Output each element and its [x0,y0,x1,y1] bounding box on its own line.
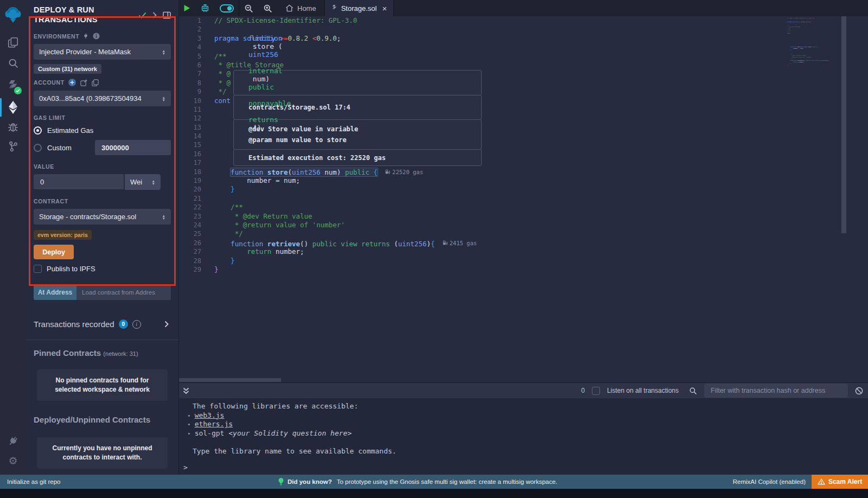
collapse-terminal-icon[interactable] [179,387,189,394]
add-account-icon[interactable] [68,79,76,86]
environment-label-row: ENVIRONMENT [34,33,171,40]
network-badge: Custom (31) network [34,64,101,74]
value-unit: Wei [130,178,142,186]
terminal-link[interactable]: ethers.js [195,420,233,428]
sidebar-item-deploy-run[interactable] [0,98,26,117]
terminal-line [179,438,868,447]
pinned-empty-card: No pinned contracts found for selected w… [37,369,168,401]
filter-input[interactable] [704,384,848,398]
expand-chevron-icon[interactable] [164,321,169,328]
terminal-line: •web3.js [179,411,868,420]
clear-console-icon[interactable] [855,387,863,395]
account-label-row: ACCOUNT [34,79,171,86]
pinned-contracts-title: Pinned Contracts (network: 31) [34,348,171,357]
plug-icon [8,436,19,447]
terminal-line: Type the library name to see available c… [179,447,868,456]
code-line[interactable]: 23 * @dev Return value [179,212,868,221]
code-line[interactable]: 25 */ [179,229,868,238]
code-line[interactable]: 27 return number; [179,247,868,256]
chevron-updown-icon: ▲▼ [152,180,155,185]
tab-home[interactable]: Home [277,0,324,16]
tip-title: Did you know? [288,478,332,485]
play-icon [183,4,190,12]
listen-all-label: Listen on all transactions [607,387,679,394]
pinned-contracts-heading: Pinned Contracts [34,348,101,357]
account-value: 0xA03...85ac4 (0.398673504934 [39,94,142,103]
sidebar-item-file-explorer[interactable] [0,33,26,52]
info-icon[interactable] [93,33,100,40]
gas-limit-label: GAS LIMIT [34,114,171,121]
code-line[interactable]: 22 /** [179,203,868,212]
estimated-gas-radio[interactable] [34,126,42,135]
code-line[interactable]: 29} [179,265,868,274]
home-icon [285,4,293,12]
account-select[interactable]: 0xA03...85ac4 (0.398673504934 ▲▼ [34,91,171,106]
value-unit-select[interactable]: Wei ▲▼ [125,174,161,190]
custom-gas-input[interactable] [95,140,171,155]
terminal-lines: The following libraries are accessible:•… [179,402,868,456]
zoom-in-button[interactable] [258,0,277,16]
code-line[interactable]: 28 } [179,257,868,265]
sidebar-item-solidity-compiler[interactable] [0,76,26,95]
icon-rail: ⚙ [0,0,26,475]
zoom-out-icon [244,4,253,13]
terminal-line: •sol-gpt <your Solidity question here> [179,429,868,438]
copilot-toggle[interactable] [215,0,239,16]
git-branch-icon [8,141,19,152]
deploy-run-panel: DEPLOY & RUN TRANSACTIONS ENVIRONMENT [26,0,179,475]
terminal[interactable]: The following libraries are accessible:•… [179,398,868,475]
sidebar-item-search[interactable] [0,53,26,73]
environment-select[interactable]: Injected Provider - MetaMask ▲▼ [34,44,171,60]
scam-alert-button[interactable]: Scam Alert [812,475,868,489]
terminal-link[interactable]: web3.js [195,411,225,419]
at-address-button[interactable]: At Address [34,285,76,300]
file-explorer-icon [7,36,19,48]
plug-small-icon[interactable] [83,33,89,39]
editor-minimap[interactable]: // SPDX-License-Identifier: GPL-3.0pragm… [786,17,841,126]
pin-panel-icon[interactable] [163,11,171,19]
run-script-button[interactable] [179,0,195,16]
code-line[interactable]: 18 function store(uint256 num) public {2… [179,168,868,176]
check-icon [138,12,146,18]
tab-storage-sol[interactable]: Storage.sol × [325,0,394,16]
edit-icon[interactable] [80,79,87,86]
bottom-strip [0,489,868,498]
code-line[interactable]: 24 * @return value of 'number' [179,221,868,229]
ai-copilot-button[interactable] [195,0,215,16]
tooltip-signature: function store (uint256 internal num) pu… [233,70,482,95]
code-line[interactable]: 1// SPDX-License-Identifier: GPL-3.0 [179,16,868,25]
transactions-count-badge: 0 [119,320,128,329]
code-line[interactable]: 26 function retrieve() public view retur… [179,239,868,247]
code-line[interactable]: 20 } [179,185,868,194]
close-icon[interactable]: × [382,4,387,13]
value-input[interactable] [34,174,124,189]
zoom-out-button[interactable] [239,0,258,16]
info-icon[interactable]: i [132,320,141,329]
horizontal-scrollbar[interactable] [179,378,281,382]
remix-logo[interactable] [0,4,26,24]
sidebar-item-debugger[interactable] [0,117,26,137]
panel-title: DEPLOY & RUN TRANSACTIONS [34,5,129,24]
terminal-prompt[interactable]: > [179,463,868,471]
code-line[interactable]: 2 [179,25,868,34]
code-line[interactable]: 19 number = num; [179,176,868,185]
git-init-button[interactable]: Initialize as git repo [7,475,60,489]
copilot-status[interactable]: RemixAI Copilot (enabled) [733,475,806,489]
environment-label: ENVIRONMENT [34,33,79,40]
pinned-empty-line2: selected workspace & network [41,385,163,394]
sidebar-item-settings[interactable]: ⚙ [0,451,26,470]
code-line[interactable]: 21 [179,194,868,203]
search-icon[interactable] [689,387,697,395]
sidebar-item-git[interactable] [0,137,26,156]
at-address-input[interactable] [76,285,171,300]
custom-gas-radio[interactable] [34,144,42,152]
sidebar-item-plugin-manager[interactable] [0,431,26,451]
listen-all-checkbox[interactable] [592,387,600,395]
forward-chevron-icon[interactable] [152,12,157,18]
vertical-scrollbar[interactable] [841,16,846,233]
contract-select[interactable]: Storage - contracts/Storage.sol ▲▼ [34,209,171,225]
deploy-button[interactable]: Deploy [34,245,74,259]
copy-icon[interactable] [92,79,99,86]
publish-ipfs-checkbox[interactable] [34,265,42,273]
chevron-updown-icon: ▲▼ [162,214,165,220]
